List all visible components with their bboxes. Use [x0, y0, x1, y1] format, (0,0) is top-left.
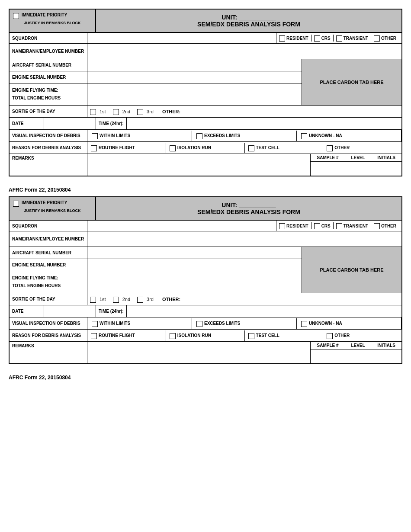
immediate-priority-checkbox-1[interactable] [13, 13, 19, 19]
name-rank-data-2[interactable] [87, 231, 401, 247]
sortie-3rd-checkbox-2[interactable] [137, 297, 143, 303]
other-sq-checkbox-1[interactable] [374, 35, 380, 42]
routine-flight-label-1: ROUTINE FLIGHT [99, 145, 135, 150]
routine-flight-checkbox-1[interactable] [91, 145, 97, 151]
remarks-label-1: REMARKS [10, 154, 87, 176]
name-rank-data-1[interactable] [87, 44, 401, 59]
header-left-2: IMMEDIATE PRIORITY JUSTIFY IN REMARKS BL… [10, 197, 96, 220]
aircraft-serial-row-1: AIRCRAFT SERIAL NUMBER [10, 59, 302, 71]
squadron-data-1[interactable] [87, 33, 276, 43]
date-data-1[interactable] [44, 118, 96, 129]
resident-checkbox-2[interactable] [279, 223, 285, 229]
test-cell-checkbox-2[interactable] [248, 333, 254, 339]
crs-checkbox-2[interactable] [314, 223, 320, 229]
remarks-level-col-1: LEVEL [345, 154, 371, 176]
sample-header-1: SAMPLE # [311, 154, 345, 162]
isolation-run-label-2: ISOLATION RUN [177, 333, 211, 338]
date-label-1: DATE [10, 118, 44, 129]
unit-label-1: UNIT: ___________ [222, 14, 276, 21]
sortie-other-label-1: OTHER: [162, 109, 180, 114]
sortie-2nd-checkbox-2[interactable] [113, 297, 119, 303]
sortie-data-2: 1st 2nd 3rd OTHER: [87, 293, 401, 305]
other-sq-label-1: OTHER [381, 36, 396, 41]
squadron-label-1: SQUADRON [10, 33, 87, 43]
routine-flight-checkbox-2[interactable] [91, 333, 97, 339]
sortie-row-2: SORTIE OF THE DAY 1st 2nd 3rd OTHER: [10, 293, 401, 305]
remarks-data-2[interactable] [87, 342, 311, 363]
exceeds-limits-option-2: EXCEEDS LIMITS [192, 318, 297, 329]
time-data-1[interactable] [127, 118, 401, 129]
exceeds-limits-label-1: EXCEEDS LIMITS [204, 133, 240, 138]
engine-time-label-2: ENGINE FLYING TIME: TOTAL ENGINE HOURS [10, 271, 87, 293]
immediate-priority-label-1: IMMEDIATE PRIORITY [22, 12, 67, 18]
reason-options-2: ROUTINE FLIGHT ISOLATION RUN TEST CELL O… [87, 330, 401, 341]
remarks-initials-col-1: INITIALS [371, 154, 401, 176]
crs-check-1: CRS [314, 35, 334, 42]
sortie-2nd-checkbox-1[interactable] [113, 109, 119, 115]
justify-remarks-label-2: JUSTIFY IN REMARKS BLOCK [13, 208, 92, 213]
form-body-2: SQUADRON RESIDENT CRS TRANSIENT OTHER [10, 221, 401, 363]
header-center-1: UNIT: ___________ SEM/EDX DEBRIS ANALYSI… [96, 10, 401, 32]
exceeds-limits-checkbox-2[interactable] [196, 321, 202, 327]
other-reason-checkbox-1[interactable] [327, 145, 333, 151]
engine-serial-data-2[interactable] [87, 259, 302, 271]
time-data-2[interactable] [127, 305, 401, 317]
reason-row-2: REASON FOR DEBRIS ANALYSIS ROUTINE FLIGH… [10, 330, 401, 342]
squadron-checkboxes-2: RESIDENT CRS TRANSIENT OTHER [276, 221, 401, 231]
engine-serial-row-1: ENGINE SERIAL NUMBER [10, 71, 302, 83]
header-center-2: UNIT: ___________ SEM/EDX DEBRIS ANALYSI… [96, 197, 401, 220]
crs-label-1: CRS [321, 36, 331, 41]
resident-check-2: RESIDENT [279, 222, 311, 229]
other-reason-checkbox-2[interactable] [327, 333, 333, 339]
within-limits-label-1: WITHIN LIMITS [100, 133, 130, 138]
remarks-data-1[interactable] [87, 154, 311, 176]
sortie-other-label-2: OTHER: [162, 297, 180, 302]
within-limits-label-2: WITHIN LIMITS [100, 321, 130, 326]
isolation-run-checkbox-2[interactable] [170, 333, 176, 339]
isolation-run-option-2: ISOLATION RUN [166, 330, 245, 341]
exceeds-limits-checkbox-1[interactable] [196, 133, 202, 139]
sortie-3rd-checkbox-1[interactable] [137, 109, 143, 115]
sortie-data-1: 1st 2nd 3rd OTHER: [87, 106, 401, 117]
grouped-section-1: AIRCRAFT SERIAL NUMBER ENGINE SERIAL NUM… [10, 59, 401, 106]
engine-time-data-1[interactable] [87, 83, 302, 105]
transient-label-2: TRANSIENT [344, 224, 368, 228]
engine-time-label-1: ENGINE FLYING TIME: TOTAL ENGINE HOURS [10, 83, 87, 105]
name-rank-row-2: NAME/RANK/EMPLOYEE NUMBER [10, 231, 401, 247]
within-limits-checkbox-1[interactable] [92, 133, 98, 139]
total-engine-hours-label-2: TOTAL ENGINE HOURS [12, 283, 61, 289]
sortie-3rd-label-2: 3rd [147, 297, 154, 302]
sortie-2nd-label-1: 2nd [122, 109, 130, 114]
unknown-na-label-2: UNKNOWN - NA [309, 321, 342, 326]
crs-check-2: CRS [314, 222, 334, 229]
isolation-run-checkbox-1[interactable] [170, 145, 176, 151]
form-header-2: IMMEDIATE PRIORITY JUSTIFY IN REMARKS BL… [10, 197, 401, 221]
aircraft-serial-data-2[interactable] [87, 247, 302, 259]
engine-serial-data-1[interactable] [87, 71, 302, 83]
sortie-row-1: SORTIE OF THE DAY 1st 2nd 3rd OTHER: [10, 106, 401, 118]
engine-serial-label-2: ENGINE SERIAL NUMBER [10, 259, 87, 271]
within-limits-checkbox-2[interactable] [92, 321, 98, 327]
transient-label-1: TRANSIENT [344, 36, 368, 41]
test-cell-label-1: TEST CELL [256, 145, 279, 150]
sortie-1st-checkbox-2[interactable] [90, 297, 96, 303]
immediate-priority-checkbox-2[interactable] [13, 201, 19, 207]
engine-time-data-2[interactable] [87, 271, 302, 293]
grouped-left-1: AIRCRAFT SERIAL NUMBER ENGINE SERIAL NUM… [10, 59, 302, 105]
resident-checkbox-1[interactable] [279, 35, 285, 42]
other-reason-option-2: OTHER [323, 330, 401, 341]
date-data-2[interactable] [44, 305, 96, 317]
unknown-na-label-1: UNKNOWN - NA [309, 133, 342, 138]
engine-time-row-1: ENGINE FLYING TIME: TOTAL ENGINE HOURS [10, 83, 302, 105]
squadron-data-2[interactable] [87, 221, 276, 231]
crs-checkbox-1[interactable] [314, 35, 320, 42]
sortie-1st-checkbox-1[interactable] [90, 109, 96, 115]
unknown-na-checkbox-1[interactable] [301, 133, 307, 139]
aircraft-serial-label-1: AIRCRAFT SERIAL NUMBER [10, 59, 87, 71]
transient-checkbox-1[interactable] [336, 35, 342, 42]
other-sq-checkbox-2[interactable] [374, 223, 380, 229]
aircraft-serial-data-1[interactable] [87, 59, 302, 71]
test-cell-checkbox-1[interactable] [248, 145, 254, 151]
unknown-na-checkbox-2[interactable] [301, 321, 307, 327]
transient-checkbox-2[interactable] [336, 223, 342, 229]
